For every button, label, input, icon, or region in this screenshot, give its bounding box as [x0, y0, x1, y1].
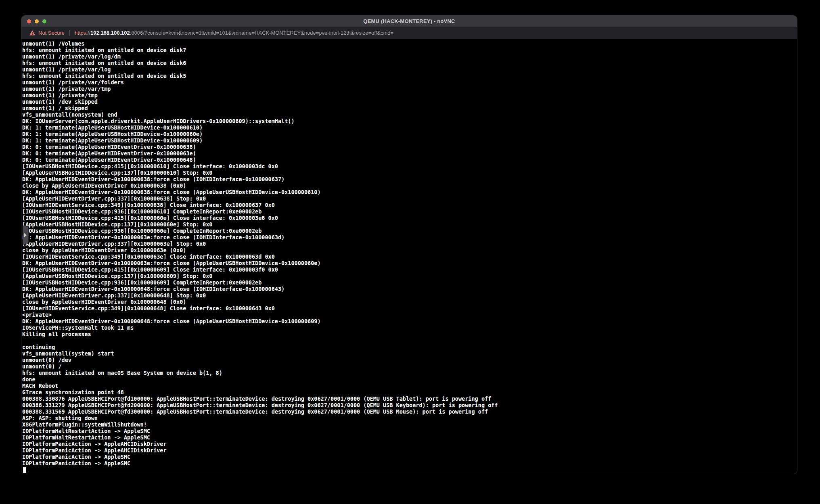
console-line: DK: AppleUserHIDEventDriver-0x10000063e:…: [22, 234, 797, 240]
console-line: IOPlatformPanicAction -> AppleAHCIDiskDr…: [22, 441, 797, 447]
console-line: [AppleUserHIDEventDriver.cpp:337][0x1000…: [22, 195, 797, 202]
console-line: IOPlatformHaltRestartAction -> AppleSMC: [22, 428, 797, 434]
console-line: X86PlatformPlugin::systemWillShutdown!: [22, 421, 797, 428]
console-line: DK: 1: terminate(AppleUserUSBHostHIDDevi…: [22, 137, 797, 144]
console-line: [IOUserUSBHostHIDDevice.cpp:415][0x10000…: [22, 163, 797, 169]
console-line: vfs_unmountall(nonsystem) end: [22, 111, 797, 118]
console-line: DK: AppleUserHIDEventDriver-0x100000648:…: [22, 318, 797, 324]
console-line: GTrace synchronization point 48: [22, 389, 797, 395]
console-line: [AppleUserUSBHostHIDDevice.cpp:137][0x10…: [22, 273, 797, 279]
console-line: [IOUserHIDEventService.cpp:349][0x100000…: [22, 305, 797, 312]
console-line: DK: AppleUserHIDEventDriver-0x100000648:…: [22, 286, 797, 292]
console-line: 000388.331279 AppleUSBEHCIPort@fd200000:…: [22, 402, 797, 408]
console-line: [IOUserUSBHostHIDDevice.cpp:415][0x10000…: [22, 215, 797, 221]
console-line: IOServicePH::systemHalt took 11 ms: [22, 324, 797, 331]
console-line: [22, 337, 797, 344]
console-line: unmount(1) /Volumes: [22, 40, 797, 47]
window-titlebar[interactable]: QEMU (HACK-MONTEREY) - noVNC: [21, 16, 797, 27]
not-secure-label[interactable]: Not Secure: [38, 30, 65, 36]
console-line: unmount(1) /private/var/log: [22, 66, 797, 73]
novnc-control-bar-handle[interactable]: [23, 226, 29, 245]
console-line: close by AppleUserHIDEventDriver 0x10000…: [22, 299, 797, 305]
url-scheme: https: [75, 30, 86, 36]
url-path: :8006/?console=kvm&novnc=1&vmid=101&vmna…: [130, 30, 393, 36]
console-line: MACH Reboot: [22, 383, 797, 389]
terminal-cursor: [23, 467, 26, 473]
console-line: [IOUserUSBHostHIDDevice.cpp:415][0x10000…: [22, 266, 797, 273]
url-scheme-suffix: ://: [86, 30, 90, 36]
console-line: done: [22, 376, 797, 383]
terminal-cursor-row: [22, 466, 26, 474]
console-line: unmount(0) /dev: [22, 357, 797, 363]
console-line: [IOUserUSBHostHIDDevice.cpp:936][0x10000…: [22, 228, 797, 234]
console-line: hfs: unmount initiated on untitled on de…: [22, 47, 797, 53]
console-line: DK: 1: terminate(AppleUserUSBHostHIDDevi…: [22, 124, 797, 131]
window-title: QEMU (HACK-MONTEREY) - noVNC: [363, 18, 455, 24]
console-line: unmount(1) /dev skipped: [22, 98, 797, 105]
url-text[interactable]: https://192.168.100.102:8006/?console=kv…: [75, 30, 393, 36]
console-line: DK: IOUserServer(com.apple.driverkit.App…: [22, 118, 797, 124]
browser-window: QEMU (HACK-MONTEREY) - noVNC Not Secure …: [21, 15, 797, 474]
console-line: DK: 1: terminate(AppleUserUSBHostHIDDevi…: [22, 131, 797, 137]
address-bar[interactable]: Not Secure https://192.168.100.102:8006/…: [21, 27, 797, 39]
console-line: <private>: [22, 312, 797, 318]
console-line: close by AppleUserHIDEventDriver 0x10000…: [22, 247, 797, 253]
console-line: [IOUserHIDEventService.cpp:349][0x100000…: [22, 253, 797, 260]
console-line: unmount(0) /: [22, 363, 797, 370]
console-line: DK: AppleUserHIDEventDriver-0x100000638:…: [22, 176, 797, 182]
vnc-console-canvas[interactable]: unmount(1) /Volumes hfs: unmount initiat…: [21, 39, 797, 474]
console-line: IOPlatformPanicAction -> AppleSMC: [22, 454, 797, 460]
console-line: IOPlatformPanicAction -> AppleSMC: [22, 460, 797, 466]
console-line: IOPlatformHaltRestartAction -> AppleSMC: [22, 434, 797, 441]
console-line: unmount(1) /private/var/folders: [22, 79, 797, 86]
console-line: hfs: unmount initiated on macOS Base Sys…: [22, 370, 797, 376]
console-line: ASP: ASP: shutting down: [22, 415, 797, 421]
zoom-button[interactable]: [42, 19, 46, 23]
console-line: [AppleUserHIDEventDriver.cpp:337][0x1000…: [22, 240, 797, 247]
console-line: unmount(1) /private/var/tmp: [22, 86, 797, 92]
console-line: DK: 0: terminate(AppleUserHIDEventDriver…: [22, 150, 797, 157]
console-line: unmount(1) /private/var/log/dm: [22, 53, 797, 60]
url-host: 192.168.100.102: [90, 30, 130, 36]
console-line: Killing all processes: [22, 331, 797, 337]
console-line: unmount(1) / skipped: [22, 105, 797, 111]
console-line: [IOUserUSBHostHIDDevice.cpp:936][0x10000…: [22, 279, 797, 286]
console-line: DK: 0: terminate(AppleUserHIDEventDriver…: [22, 157, 797, 163]
minimize-button[interactable]: [35, 19, 39, 23]
close-button[interactable]: [27, 19, 31, 23]
console-line: [IOUserUSBHostHIDDevice.cpp:936][0x10000…: [22, 208, 797, 215]
console-line: DK: 0: terminate(AppleUserHIDEventDriver…: [22, 144, 797, 150]
console-line: close by AppleUserHIDEventDriver 0x10000…: [22, 182, 797, 189]
console-line: 000388.331569 AppleUSBEHCIPort@fd300000:…: [22, 408, 797, 415]
warning-icon: [29, 30, 35, 36]
console-line: [AppleUserHIDEventDriver.cpp:337][0x1000…: [22, 292, 797, 299]
traffic-lights: [27, 16, 46, 27]
console-line: continuing: [22, 344, 797, 350]
console-line: [AppleUserUSBHostHIDDevice.cpp:137][0x10…: [22, 169, 797, 176]
console-line: [AppleUserUSBHostHIDDevice.cpp:137][0x10…: [22, 221, 797, 228]
chevron-right-icon: [24, 233, 27, 237]
console-line: hfs: unmount initiated on untitled on de…: [22, 60, 797, 66]
console-line: DK: AppleUserHIDEventDriver-0x10000063e:…: [22, 260, 797, 266]
address-bar-divider: [69, 30, 70, 36]
console-line: unmount(1) /private/tmp: [22, 92, 797, 98]
console-line: vfs_unmountall(system) start: [22, 350, 797, 357]
console-line: IOPlatformPanicAction -> AppleAHCIDiskDr…: [22, 447, 797, 454]
console-line: hfs: unmount initiated on untitled on de…: [22, 73, 797, 79]
console-line: 000388.330876 AppleUSBEHCIPort@fd100000:…: [22, 395, 797, 402]
console-line: [IOUserHIDEventService.cpp:349][0x100000…: [22, 202, 797, 208]
console-line: DK: AppleUserHIDEventDriver-0x100000638:…: [22, 189, 797, 195]
